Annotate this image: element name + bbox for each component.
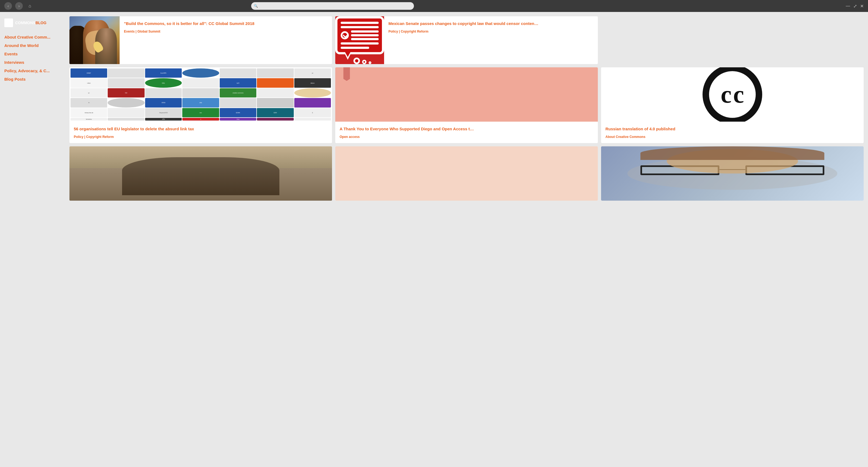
cc-letter-c2: c [733, 82, 744, 107]
cc-circle-logo: c c [703, 67, 762, 122]
card-1-tag-global-summit[interactable]: Global Summit [137, 30, 160, 33]
sidebar-item-about[interactable]: About Creative Comm... [4, 35, 61, 39]
minimize-button[interactable]: — [846, 3, 850, 9]
window-controls: — ⤢ ✕ [846, 3, 864, 9]
card-2-tags: Policy | Copyright Reform [389, 30, 593, 33]
card-1-image [69, 16, 120, 64]
back-button[interactable]: ‹ [4, 2, 12, 10]
article-card-4[interactable]: A Thank You to Everyone Who Supported Di… [335, 67, 598, 143]
browser-chrome: ‹ › ⌂ 🔍 — ⤢ ✕ [0, 0, 868, 12]
card-6-image [69, 146, 332, 201]
card-3-body: 56 organisations tell EU legislator to d… [69, 122, 332, 143]
sidebar-navigation: About Creative Comm... Around the World … [4, 35, 61, 82]
article-card-3[interactable]: ENEF EuroISPA an reiber IGEL ApTi bi [69, 67, 332, 143]
back-icon: ‹ [8, 4, 9, 8]
address-input[interactable] [259, 4, 411, 8]
card-3-image: ENEF EuroISPA an reiber IGEL ApTi bi [69, 67, 332, 122]
sidebar-item-events[interactable]: Events [4, 52, 61, 56]
org-logos-grid: ENEF EuroISPA an reiber IGEL ApTi bi [69, 67, 332, 122]
card-3-tag-policy[interactable]: Policy [74, 135, 83, 139]
article-card-2[interactable]: Mexican Senate passes changes to copyrig… [335, 16, 598, 64]
card-5-body: Russian translation of 4.0 published Abo… [601, 122, 864, 143]
card-5-tag-about[interactable]: About Creative Commons [606, 135, 645, 139]
card-3-tag-copyright[interactable]: Copyright Reform [86, 135, 114, 139]
card-4-title: A Thank You to Everyone Who Supported Di… [340, 126, 593, 132]
sidebar: COMMONSBLOG About Creative Comm... Aroun… [0, 12, 65, 467]
articles-grid: "Build the Commons, so it is better for … [69, 16, 864, 201]
card-4-tag-open-access[interactable]: Open access [340, 135, 360, 139]
address-bar[interactable]: 🔍 [251, 2, 414, 10]
speech-bubble [335, 16, 384, 54]
close-button[interactable]: ✕ [860, 3, 864, 9]
logo-icon [4, 19, 13, 27]
card-1-tags: Events | Global Summit [124, 30, 328, 33]
card-2-tag-policy[interactable]: Policy [389, 30, 398, 33]
bookmark-icon [343, 67, 350, 81]
card-2-tag-copyright[interactable]: Copyright Reform [401, 30, 428, 33]
article-card-1[interactable]: "Build the Commons, so it is better for … [69, 16, 332, 64]
card-4-body: A Thank You to Everyone Who Supported Di… [335, 122, 598, 143]
top-right-spacer [601, 16, 864, 64]
card-7-image [335, 146, 598, 201]
card-2-title: Mexican Senate passes changes to copyrig… [389, 21, 593, 26]
sidebar-logo: COMMONSBLOG [4, 19, 61, 27]
card-5-title: Russian translation of 4.0 published [606, 126, 859, 132]
home-icon: ⌂ [29, 3, 31, 8]
card-3-title: 56 organisations tell EU legislator to d… [74, 126, 328, 132]
sidebar-item-interviews[interactable]: Interviews [4, 60, 61, 65]
forward-icon: › [19, 4, 20, 8]
card-1-tag-events[interactable]: Events [124, 30, 134, 33]
card-1-body: "Build the Commons, so it is better for … [120, 16, 332, 64]
card-1-title: "Build the Commons, so it is better for … [124, 21, 328, 26]
card-4-image [335, 67, 598, 122]
sidebar-item-blog[interactable]: Blog Posts [4, 77, 61, 82]
card-5-image: c c [601, 67, 864, 122]
article-card-5[interactable]: c c Russian translation of 4.0 published… [601, 67, 864, 143]
card-3-tags: Policy | Copyright Reform [74, 135, 328, 139]
sidebar-item-policy[interactable]: Policy, Advocacy, & C... [4, 68, 61, 73]
logo-text: COMMONSBLOG [15, 20, 46, 25]
forward-button[interactable]: › [15, 2, 23, 10]
home-button[interactable]: ⌂ [26, 2, 34, 10]
card-2-body: Mexican Senate passes changes to copyrig… [384, 16, 598, 64]
content-area: "Build the Commons, so it is better for … [65, 12, 868, 467]
card-2-image [335, 16, 384, 64]
card-4-tags: Open access [340, 135, 593, 139]
restore-button[interactable]: ⤢ [854, 3, 857, 9]
article-card-6[interactable] [69, 146, 332, 201]
app-container: COMMONSBLOG About Creative Comm... Aroun… [0, 12, 868, 467]
card-5-tags: About Creative Commons [606, 135, 859, 139]
sidebar-item-around[interactable]: Around the World [4, 43, 61, 48]
cc-letter-c1: c [721, 82, 732, 107]
search-icon: 🔍 [254, 4, 258, 8]
article-card-8[interactable] [601, 146, 864, 201]
article-card-7[interactable] [335, 146, 598, 201]
card-8-image [601, 146, 864, 201]
